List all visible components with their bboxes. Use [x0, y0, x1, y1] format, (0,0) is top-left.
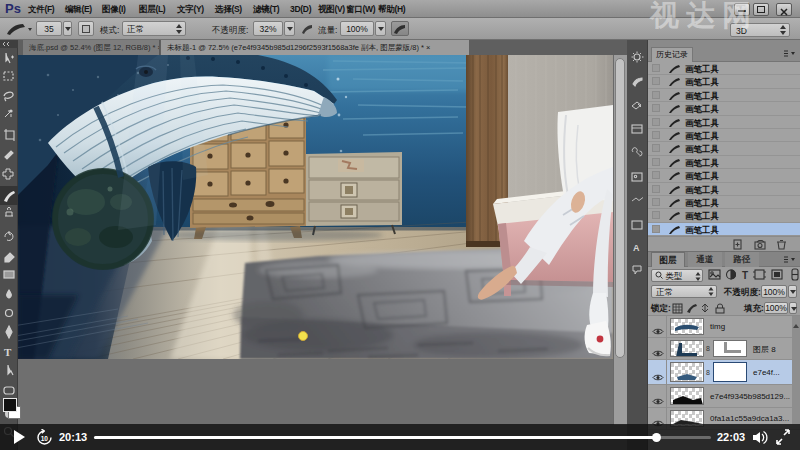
svg-text:10: 10 [41, 435, 49, 442]
svg-text:A: A [633, 243, 640, 253]
svg-text:T: T [4, 346, 12, 358]
svg-text:T: T [742, 270, 748, 281]
